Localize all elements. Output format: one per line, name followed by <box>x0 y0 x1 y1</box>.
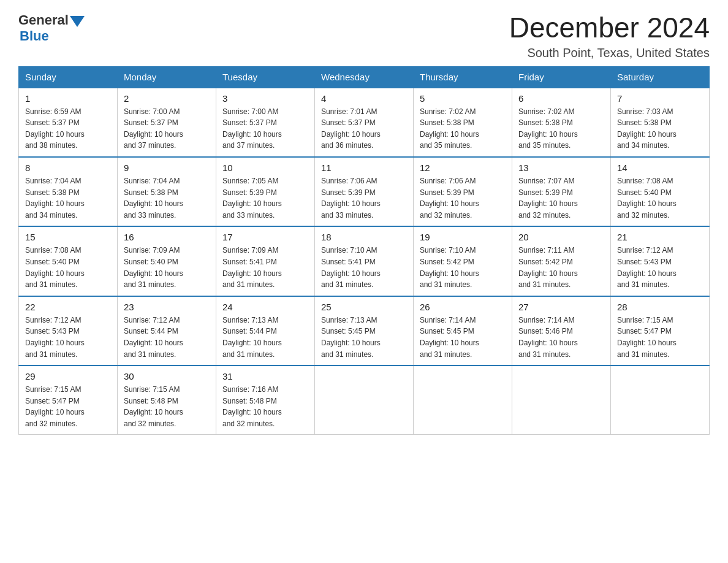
day-info: Sunrise: 7:09 AMSunset: 5:40 PMDaylight:… <box>124 245 210 290</box>
day-number: 8 <box>25 163 111 173</box>
calendar-empty-cell <box>512 366 611 435</box>
calendar-day-cell: 15Sunrise: 7:08 AMSunset: 5:40 PMDayligh… <box>19 226 118 296</box>
calendar-empty-cell <box>315 366 414 435</box>
day-number: 11 <box>321 163 407 173</box>
logo: General Blue <box>18 12 85 44</box>
col-header-friday: Friday <box>512 66 611 88</box>
day-info: Sunrise: 6:59 AMSunset: 5:37 PMDaylight:… <box>25 106 111 151</box>
calendar-day-cell: 13Sunrise: 7:07 AMSunset: 5:39 PMDayligh… <box>512 157 611 226</box>
calendar-day-cell: 25Sunrise: 7:13 AMSunset: 5:45 PMDayligh… <box>315 296 414 366</box>
calendar-day-cell: 5Sunrise: 7:02 AMSunset: 5:38 PMDaylight… <box>414 88 512 157</box>
day-info: Sunrise: 7:05 AMSunset: 5:39 PMDaylight:… <box>222 175 308 221</box>
calendar-empty-cell <box>611 366 710 435</box>
day-number: 9 <box>124 163 210 173</box>
day-number: 16 <box>124 232 210 242</box>
month-year-title: December 2024 <box>509 12 710 44</box>
calendar-day-cell: 28Sunrise: 7:15 AMSunset: 5:47 PMDayligh… <box>611 296 710 366</box>
day-number: 18 <box>321 232 407 242</box>
location-subtitle: South Point, Texas, United States <box>509 46 710 60</box>
calendar-day-cell: 19Sunrise: 7:10 AMSunset: 5:42 PMDayligh… <box>414 226 512 296</box>
day-info: Sunrise: 7:12 AMSunset: 5:43 PMDaylight:… <box>617 245 703 290</box>
day-number: 20 <box>518 232 604 242</box>
day-number: 26 <box>420 302 506 312</box>
day-number: 19 <box>420 232 506 242</box>
calendar-day-cell: 12Sunrise: 7:06 AMSunset: 5:39 PMDayligh… <box>414 157 512 226</box>
col-header-monday: Monday <box>118 66 216 88</box>
day-info: Sunrise: 7:10 AMSunset: 5:41 PMDaylight:… <box>321 245 407 290</box>
day-info: Sunrise: 7:02 AMSunset: 5:38 PMDaylight:… <box>518 106 604 151</box>
day-number: 15 <box>25 232 111 242</box>
day-number: 13 <box>518 163 604 173</box>
calendar-day-cell: 31Sunrise: 7:16 AMSunset: 5:48 PMDayligh… <box>216 366 315 435</box>
day-number: 27 <box>518 302 604 312</box>
col-header-wednesday: Wednesday <box>315 66 414 88</box>
logo-top: General <box>18 12 85 28</box>
calendar-day-cell: 3Sunrise: 7:00 AMSunset: 5:37 PMDaylight… <box>216 88 315 157</box>
logo-general-text: General <box>18 12 69 28</box>
col-header-sunday: Sunday <box>19 66 118 88</box>
logo-triangle-icon <box>70 16 85 27</box>
day-info: Sunrise: 7:00 AMSunset: 5:37 PMDaylight:… <box>124 106 210 151</box>
calendar-day-cell: 14Sunrise: 7:08 AMSunset: 5:40 PMDayligh… <box>611 157 710 226</box>
calendar-day-cell: 6Sunrise: 7:02 AMSunset: 5:38 PMDaylight… <box>512 88 611 157</box>
day-info: Sunrise: 7:16 AMSunset: 5:48 PMDaylight:… <box>222 384 308 429</box>
day-number: 4 <box>321 93 407 104</box>
day-number: 1 <box>25 93 111 104</box>
calendar-day-cell: 16Sunrise: 7:09 AMSunset: 5:40 PMDayligh… <box>118 226 216 296</box>
calendar-week-row: 22Sunrise: 7:12 AMSunset: 5:43 PMDayligh… <box>19 296 710 366</box>
day-info: Sunrise: 7:01 AMSunset: 5:37 PMDaylight:… <box>321 106 407 151</box>
day-info: Sunrise: 7:07 AMSunset: 5:39 PMDaylight:… <box>518 175 604 221</box>
day-info: Sunrise: 7:04 AMSunset: 5:38 PMDaylight:… <box>25 175 111 221</box>
calendar-day-cell: 22Sunrise: 7:12 AMSunset: 5:43 PMDayligh… <box>19 296 118 366</box>
day-info: Sunrise: 7:03 AMSunset: 5:38 PMDaylight:… <box>617 106 703 151</box>
day-number: 5 <box>420 93 506 104</box>
day-info: Sunrise: 7:11 AMSunset: 5:42 PMDaylight:… <box>518 245 604 290</box>
calendar-day-cell: 2Sunrise: 7:00 AMSunset: 5:37 PMDaylight… <box>118 88 216 157</box>
day-number: 28 <box>617 302 703 312</box>
calendar-day-cell: 27Sunrise: 7:14 AMSunset: 5:46 PMDayligh… <box>512 296 611 366</box>
calendar-week-row: 15Sunrise: 7:08 AMSunset: 5:40 PMDayligh… <box>19 226 710 296</box>
day-info: Sunrise: 7:10 AMSunset: 5:42 PMDaylight:… <box>420 245 506 290</box>
day-info: Sunrise: 7:09 AMSunset: 5:41 PMDaylight:… <box>222 245 308 290</box>
calendar-day-cell: 4Sunrise: 7:01 AMSunset: 5:37 PMDaylight… <box>315 88 414 157</box>
day-number: 25 <box>321 302 407 312</box>
calendar-empty-cell <box>414 366 512 435</box>
calendar-day-cell: 29Sunrise: 7:15 AMSunset: 5:47 PMDayligh… <box>19 366 118 435</box>
calendar-day-cell: 11Sunrise: 7:06 AMSunset: 5:39 PMDayligh… <box>315 157 414 226</box>
day-number: 2 <box>124 93 210 104</box>
calendar-day-cell: 18Sunrise: 7:10 AMSunset: 5:41 PMDayligh… <box>315 226 414 296</box>
day-info: Sunrise: 7:04 AMSunset: 5:38 PMDaylight:… <box>124 175 210 221</box>
col-header-saturday: Saturday <box>611 66 710 88</box>
day-info: Sunrise: 7:08 AMSunset: 5:40 PMDaylight:… <box>25 245 111 290</box>
day-number: 6 <box>518 93 604 104</box>
day-number: 22 <box>25 302 111 312</box>
calendar-week-row: 1Sunrise: 6:59 AMSunset: 5:37 PMDaylight… <box>19 88 710 157</box>
day-info: Sunrise: 7:14 AMSunset: 5:45 PMDaylight:… <box>420 315 506 360</box>
calendar-day-cell: 30Sunrise: 7:15 AMSunset: 5:48 PMDayligh… <box>118 366 216 435</box>
day-info: Sunrise: 7:15 AMSunset: 5:47 PMDaylight:… <box>25 384 111 429</box>
day-info: Sunrise: 7:15 AMSunset: 5:48 PMDaylight:… <box>124 384 210 429</box>
calendar-day-cell: 23Sunrise: 7:12 AMSunset: 5:44 PMDayligh… <box>118 296 216 366</box>
day-info: Sunrise: 7:00 AMSunset: 5:37 PMDaylight:… <box>222 106 308 151</box>
day-number: 10 <box>222 163 308 173</box>
calendar-day-cell: 26Sunrise: 7:14 AMSunset: 5:45 PMDayligh… <box>414 296 512 366</box>
calendar-table: SundayMondayTuesdayWednesdayThursdayFrid… <box>18 66 710 435</box>
calendar-day-cell: 1Sunrise: 6:59 AMSunset: 5:37 PMDaylight… <box>19 88 118 157</box>
calendar-header-row: SundayMondayTuesdayWednesdayThursdayFrid… <box>19 66 710 88</box>
day-number: 7 <box>617 93 703 104</box>
calendar-day-cell: 9Sunrise: 7:04 AMSunset: 5:38 PMDaylight… <box>118 157 216 226</box>
day-info: Sunrise: 7:15 AMSunset: 5:47 PMDaylight:… <box>617 315 703 360</box>
day-number: 14 <box>617 163 703 173</box>
calendar-day-cell: 17Sunrise: 7:09 AMSunset: 5:41 PMDayligh… <box>216 226 315 296</box>
calendar-day-cell: 7Sunrise: 7:03 AMSunset: 5:38 PMDaylight… <box>611 88 710 157</box>
day-number: 30 <box>124 371 210 381</box>
day-number: 3 <box>222 93 308 104</box>
day-number: 31 <box>222 371 308 381</box>
col-header-thursday: Thursday <box>414 66 512 88</box>
day-number: 23 <box>124 302 210 312</box>
calendar-week-row: 29Sunrise: 7:15 AMSunset: 5:47 PMDayligh… <box>19 366 710 435</box>
day-info: Sunrise: 7:02 AMSunset: 5:38 PMDaylight:… <box>420 106 506 151</box>
calendar-week-row: 8Sunrise: 7:04 AMSunset: 5:38 PMDaylight… <box>19 157 710 226</box>
day-info: Sunrise: 7:12 AMSunset: 5:44 PMDaylight:… <box>124 315 210 360</box>
day-number: 21 <box>617 232 703 242</box>
